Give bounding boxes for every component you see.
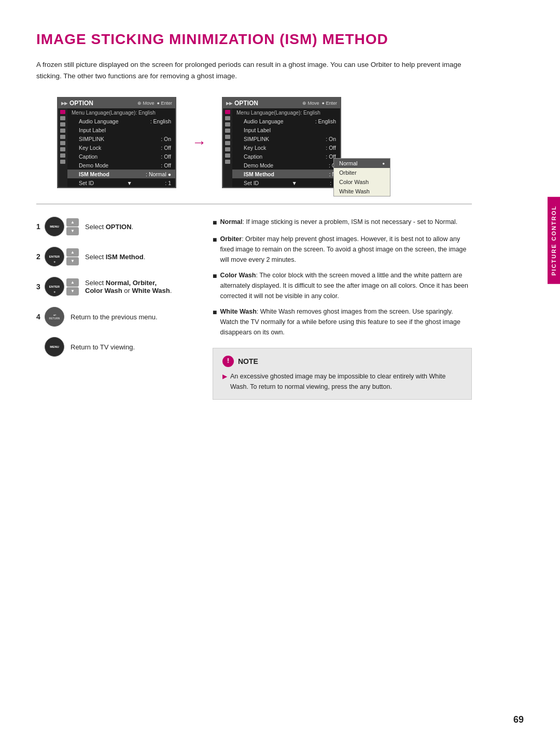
nav-cluster-1: ▲ ▼ <box>66 218 79 235</box>
return-button[interactable]: ↩ RETURN <box>45 307 64 327</box>
intro-text: A frozen still picture displayed on the … <box>36 59 472 81</box>
step-2-text: Select ISM Method. <box>85 253 145 261</box>
dropdown-item-orbiter[interactable]: Orbiter <box>334 168 390 177</box>
menu-box-1: ▶▶ OPTION ⊕ Move ● Enter <box>57 97 176 188</box>
nav-down-3[interactable]: ▼ <box>66 287 79 295</box>
menu2-header: ▶▶ OPTION ⊕ Move ● Enter <box>223 98 340 108</box>
step-3: 3 ENTER ● ▲ ▼ Select Normal, Orbiter,Col… <box>36 277 192 297</box>
step-1-number: 1 <box>36 222 45 231</box>
step-3-text: Select Normal, Orbiter,Color Wash or Whi… <box>85 279 172 294</box>
instructions-section: 1 MENU ▲ ▼ Select OPTION. 2 ENTE <box>36 217 472 400</box>
arrow-icon: → <box>192 134 206 151</box>
step-1-text: Select OPTION. <box>85 223 133 231</box>
nav-up-2[interactable]: ▲ <box>66 248 79 257</box>
enter-button-2[interactable]: ENTER ● <box>45 247 64 266</box>
step-5-text: Return to TV viewing. <box>71 343 135 351</box>
menu2-title: OPTION <box>234 100 258 107</box>
desc-whitewash: ■ White Wash: White Wash removes ghost i… <box>213 306 472 337</box>
menu-box-2-container: ▶▶ OPTION ⊕ Move ● Enter <box>222 97 341 188</box>
step-5: MENU Return to TV viewing. <box>36 337 192 357</box>
page-number: 69 <box>513 714 524 725</box>
left-steps: 1 MENU ▲ ▼ Select OPTION. 2 ENTE <box>36 217 192 400</box>
note-body: ▶ An excessive ghosted image may be impo… <box>222 371 462 392</box>
desc-colorwash: ■ Color Wash: The color block with the s… <box>213 270 472 301</box>
nav-up-3[interactable]: ▲ <box>66 278 79 287</box>
menu-button-5[interactable]: MENU <box>45 337 64 357</box>
dropdown-item-whitewash[interactable]: White Wash <box>334 187 390 196</box>
enter-button-3[interactable]: ENTER ● <box>45 277 64 297</box>
dropdown-item-normal[interactable]: Normal <box>334 159 390 168</box>
note-title: NOTE <box>238 356 258 367</box>
note-header: ! NOTE <box>222 356 462 367</box>
desc-normal: ■ Normal: If image sticking is never a p… <box>213 217 472 228</box>
dropdown-item-colorwash[interactable]: Color Wash <box>334 177 390 187</box>
right-descriptions: ■ Normal: If image sticking is never a p… <box>213 217 472 400</box>
step-4-text: Return to the previous menu. <box>71 313 158 321</box>
note-icon: ! <box>222 356 234 367</box>
nav-cluster-2: ▲ ▼ <box>66 248 79 265</box>
step-2-number: 2 <box>36 252 45 261</box>
step-2: 2 ENTER ● ▲ ▼ Select ISM Method. <box>36 247 192 266</box>
nav-down-2[interactable]: ▼ <box>66 257 79 265</box>
side-tab: PICTURE CONTROL <box>548 197 560 284</box>
menu1-title: OPTION <box>69 100 93 107</box>
note-box: ! NOTE ▶ An excessive ghosted image may … <box>213 348 472 400</box>
step-4-number: 4 <box>36 313 45 321</box>
menu-button-1[interactable]: MENU <box>45 217 64 236</box>
step-4: 4 ↩ RETURN Return to the previous menu. <box>36 307 192 327</box>
desc-orbiter: ■ Orbiter: Orbiter may help prevent ghos… <box>213 234 472 265</box>
menu-box-2: ▶▶ OPTION ⊕ Move ● Enter <box>222 97 341 188</box>
nav-down-1[interactable]: ▼ <box>66 227 79 235</box>
step-3-number: 3 <box>36 283 45 291</box>
nav-up-1[interactable]: ▲ <box>66 218 79 227</box>
nav-cluster-3: ▲ ▼ <box>66 278 79 295</box>
ism-dropdown: Normal Orbiter Color Wash White Wash <box>333 158 390 196</box>
menu-screenshots: ▶▶ OPTION ⊕ Move ● Enter <box>57 97 472 188</box>
note-text: An excessive ghosted image may be imposs… <box>230 371 462 392</box>
menu1-header: ▶▶ OPTION ⊕ Move ● Enter <box>58 98 175 108</box>
note-arrow-icon: ▶ <box>222 372 227 392</box>
divider <box>36 204 472 204</box>
page-title: IMAGE STICKING MINIMIZATION (ISM) METHOD <box>36 31 472 48</box>
step-1: 1 MENU ▲ ▼ Select OPTION. <box>36 217 192 236</box>
